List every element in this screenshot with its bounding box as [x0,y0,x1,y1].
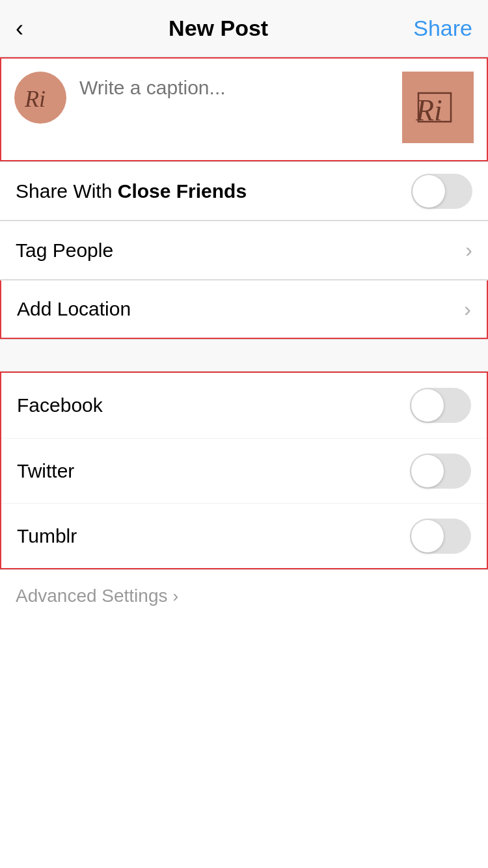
facebook-row[interactable]: Facebook [1,373,487,438]
share-button[interactable]: Share [413,16,472,41]
twitter-toggle[interactable] [410,454,471,489]
facebook-label: Facebook [17,394,103,416]
svg-text:Ri: Ri [24,86,46,112]
tumblr-row[interactable]: Tumblr [1,503,487,568]
tumblr-toggle[interactable] [410,519,471,554]
header: ‹ New Post Share [0,0,488,57]
social-section: Facebook Twitter Tumblr [0,372,488,569]
tag-people-label: Tag People [16,239,113,262]
toggle-knob-twitter [411,455,444,487]
advanced-settings-row[interactable]: Advanced Settings › [0,569,488,622]
chevron-icon-location: › [464,297,471,321]
caption-input[interactable] [79,72,392,137]
advanced-settings-label: Advanced Settings [16,586,168,606]
avatar: Ri [14,72,66,124]
toggle-knob-tumblr [411,520,444,552]
add-location-row[interactable]: Add Location › [0,280,488,339]
facebook-toggle[interactable] [410,388,471,423]
advanced-chevron-icon: › [173,586,179,606]
toggle-knob-facebook [411,389,444,422]
chevron-icon: › [465,238,472,262]
page-title: New Post [169,16,268,41]
section-gap [0,339,488,372]
twitter-label: Twitter [17,460,74,482]
twitter-row[interactable]: Twitter [1,438,487,503]
close-friends-row[interactable]: Share With Close Friends [0,162,488,221]
post-thumbnail: Ri [402,72,474,143]
back-button[interactable]: ‹ [16,15,23,42]
close-friends-toggle[interactable] [411,174,472,209]
add-location-label: Add Location [17,298,131,320]
close-friends-label: Share With Close Friends [16,180,247,202]
tag-people-row[interactable]: Tag People › [0,221,488,280]
tumblr-label: Tumblr [17,525,77,547]
caption-section: Ri Ri [0,57,488,161]
toggle-knob [413,175,445,208]
svg-text:Ri: Ri [415,94,442,127]
